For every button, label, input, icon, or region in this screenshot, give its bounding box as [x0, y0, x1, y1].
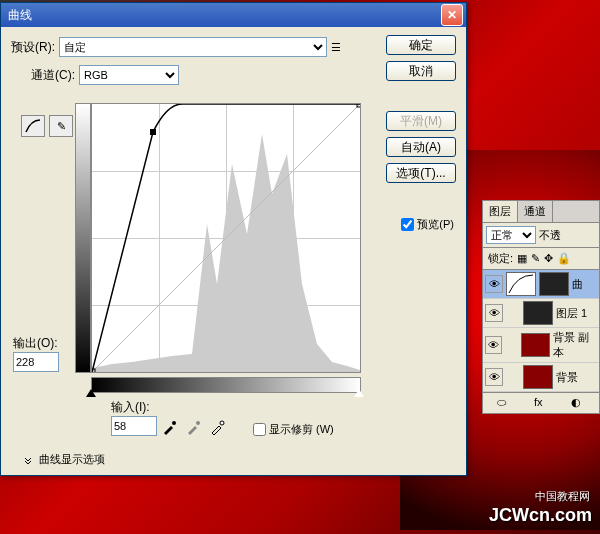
layer-name: 背景 副本: [553, 330, 597, 360]
curve-graph[interactable]: [91, 103, 361, 373]
tab-layers[interactable]: 图层: [483, 201, 518, 222]
layer-thumb: [523, 365, 553, 389]
options-button[interactable]: 选项(T)...: [386, 163, 456, 183]
output-gradient: [75, 103, 91, 373]
curve-display-options[interactable]: 曲线显示选项: [39, 452, 105, 467]
layer-item-1[interactable]: 👁 图层 1: [483, 299, 599, 328]
layer-thumb: [523, 301, 553, 325]
input-label: 输入(I):: [111, 399, 157, 416]
layer-name: 背景: [556, 370, 578, 385]
preset-label: 预设(R):: [11, 39, 55, 56]
visibility-icon[interactable]: 👁: [485, 368, 503, 386]
layer-thumb: [521, 333, 549, 357]
layer-item-bgcopy[interactable]: 👁 背景 副本: [483, 328, 599, 363]
pencil-tool-icon[interactable]: ✎: [49, 115, 73, 137]
titlebar[interactable]: 曲线 ✕: [1, 3, 466, 27]
gray-eyedropper-icon[interactable]: [185, 420, 201, 436]
link-layers-icon[interactable]: ⬭: [497, 396, 511, 410]
visibility-icon[interactable]: 👁: [485, 304, 503, 322]
layer-item-curves[interactable]: 👁 曲: [483, 270, 599, 299]
visibility-icon[interactable]: 👁: [485, 336, 502, 354]
auto-button[interactable]: 自动(A): [386, 137, 456, 157]
curve-tool-icon[interactable]: [21, 115, 45, 137]
lock-all-icon[interactable]: 🔒: [557, 252, 571, 265]
lock-paint-icon[interactable]: ✎: [531, 252, 540, 265]
layer-mask-thumb: [539, 272, 569, 296]
black-eyedropper-icon[interactable]: [161, 420, 177, 436]
lock-transparency-icon[interactable]: ▦: [517, 252, 527, 265]
input-gradient: [91, 377, 361, 393]
channel-select[interactable]: RGB: [79, 65, 179, 85]
preset-menu-icon[interactable]: ☰: [331, 41, 341, 54]
lock-label: 锁定:: [488, 251, 513, 266]
cancel-button[interactable]: 取消: [386, 61, 456, 81]
close-button[interactable]: ✕: [441, 4, 463, 26]
svg-point-5: [196, 421, 200, 425]
tab-channels[interactable]: 通道: [518, 201, 553, 222]
show-clipping-checkbox[interactable]: [253, 423, 266, 436]
layer-name: 曲: [572, 277, 583, 292]
smooth-button: 平滑(M): [386, 111, 456, 131]
curves-dialog: 曲线 ✕ 预设(R): 自定 ☰ 通道(C): RGB ✎: [0, 2, 467, 476]
visibility-icon[interactable]: 👁: [485, 275, 503, 293]
show-clipping-label: 显示修剪 (W): [269, 422, 334, 437]
black-point-slider[interactable]: [86, 389, 96, 397]
layers-panel: 图层 通道 正常 不透 锁定: ▦ ✎ ✥ 🔒 👁 曲 👁 图层 1 👁 背景 …: [482, 200, 600, 414]
output-input[interactable]: [13, 352, 59, 372]
preset-select[interactable]: 自定: [59, 37, 327, 57]
layer-item-bg[interactable]: 👁 背景: [483, 363, 599, 392]
expand-icon[interactable]: [23, 455, 33, 465]
mask-icon[interactable]: ◐: [571, 396, 585, 410]
preview-checkbox[interactable]: [401, 218, 414, 231]
layer-thumb: [506, 272, 536, 296]
opacity-label: 不透: [539, 228, 561, 243]
svg-point-4: [172, 421, 176, 425]
watermark-en: JCWcn.com: [489, 505, 592, 526]
svg-point-6: [220, 421, 224, 425]
fx-icon[interactable]: fx: [534, 396, 548, 410]
channel-label: 通道(C):: [31, 67, 75, 84]
layer-name: 图层 1: [556, 306, 587, 321]
svg-rect-1: [150, 129, 156, 135]
curve-line: [92, 104, 360, 372]
watermark-cn: 中国教程网: [535, 489, 590, 504]
input-input[interactable]: [111, 416, 157, 436]
preview-label: 预览(P): [417, 217, 454, 232]
ok-button[interactable]: 确定: [386, 35, 456, 55]
blend-mode-select[interactable]: 正常: [486, 226, 536, 244]
lock-position-icon[interactable]: ✥: [544, 252, 553, 265]
dialog-title: 曲线: [4, 7, 441, 24]
white-eyedropper-icon[interactable]: [209, 420, 225, 436]
white-point-slider[interactable]: [354, 389, 364, 397]
output-label: 输出(O):: [13, 335, 59, 352]
